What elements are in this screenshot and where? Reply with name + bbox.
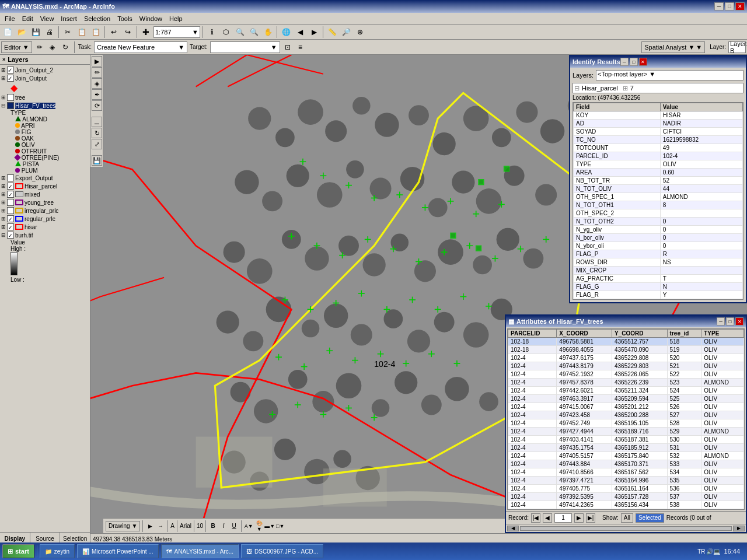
edit-rotate-btn[interactable]: ↻ — [60, 42, 71, 52]
attr-table-row[interactable]: 102-4497457.83784365226.239523ALMOND — [508, 379, 744, 387]
identify-table-row[interactable]: N_TOT_OLIV44 — [574, 185, 743, 193]
show-selected-btn[interactable]: Selected — [636, 513, 664, 523]
add-data-button[interactable]: ✚ — [139, 26, 152, 38]
layer-checkbox[interactable]: ✓ — [7, 215, 14, 222]
line-color-btn[interactable]: ▬▼ — [265, 522, 274, 531]
pan-btn[interactable]: ✋ — [261, 26, 274, 38]
attr-table-row[interactable]: 102-4497452.19324365226.065522OLIV — [508, 370, 744, 379]
attr-table-row[interactable]: 102-4497427.49444365189.716529ALMOND — [508, 428, 744, 436]
edit-snap-btn[interactable]: ⊡ — [282, 42, 293, 52]
maximize-button[interactable]: □ — [725, 2, 734, 10]
layer-checkbox[interactable] — [7, 199, 14, 206]
identify-table-row[interactable]: OTH_SPEC_1ALMOND — [574, 193, 743, 201]
menu-tools[interactable]: Tools — [114, 14, 136, 23]
task-dropdown[interactable]: Create New Feature ▼ — [94, 41, 187, 53]
attr-minimize[interactable]: ─ — [717, 317, 725, 326]
attr-table-row[interactable]: 102-4497443.81794365229.803521OLIV — [508, 362, 744, 370]
attr-table-row[interactable]: 102-4497405.51574365175.840532ALMOND — [508, 452, 744, 460]
new-button[interactable]: 📄 — [1, 26, 14, 38]
attr-table-row[interactable]: 102-4497397.47214365164.996535OLIV — [508, 477, 744, 485]
menu-view[interactable]: View — [37, 14, 58, 23]
layer-checkbox[interactable]: ✓ — [7, 232, 14, 239]
layer-dropdown[interactable]: Layer: B ▼ — [728, 41, 746, 53]
split-btn[interactable]: ⚊ — [92, 117, 102, 127]
identify-table-row[interactable]: N_ybor_oli0 — [574, 242, 743, 250]
identify-table-row[interactable]: TC_NO16219598832 — [574, 136, 743, 144]
bold-btn[interactable]: B — [208, 522, 218, 531]
identify-table-row[interactable]: KOYHISAR — [574, 111, 743, 120]
layer-checkbox[interactable]: ✓ — [7, 191, 14, 198]
identify-table-row[interactable]: OTH_SPEC_2 — [574, 209, 743, 218]
identify-minimize[interactable]: ─ — [620, 58, 629, 66]
identify-table-row[interactable]: TOTCOUNT49 — [574, 144, 743, 152]
attr-table-row[interactable]: 102-18496758.58814365512.757518OLIV — [508, 338, 744, 346]
identify-table-row[interactable]: MIX_CROP — [574, 267, 743, 275]
identify-table-row[interactable]: ROWS_DIRNS — [574, 258, 743, 267]
paste-button[interactable]: 📋 — [89, 26, 102, 38]
attr-table-row[interactable]: 102-4497452.7494365195.105528OLIV — [508, 419, 744, 428]
go-to-btn[interactable]: ⊕ — [354, 26, 366, 38]
start-button[interactable]: ⊞ start — [2, 544, 34, 558]
draw-arrow-btn[interactable]: → — [156, 522, 165, 531]
attr-table-row[interactable]: 102-4497443.8844365170.371533OLIV — [508, 460, 744, 468]
close-button[interactable]: ✕ — [735, 2, 745, 10]
record-prev-btn[interactable]: ◀ — [543, 513, 552, 523]
identify-table-row[interactable]: N_yg_oliv0 — [574, 226, 743, 234]
layer-name[interactable]: regular_prlc — [25, 216, 55, 222]
layer-name[interactable]: Export_Output — [15, 175, 53, 181]
measure-btn[interactable]: 📏 — [326, 26, 338, 38]
record-input[interactable] — [554, 513, 572, 523]
edit-tool-btn[interactable]: ✏ — [92, 67, 102, 78]
layer-checkbox[interactable] — [7, 102, 14, 109]
taskbar-app-zeytin[interactable]: 📁 zeytin — [40, 544, 75, 558]
identify-table-row[interactable]: PARCEL_ID102-4 — [574, 152, 743, 160]
identify-table-row[interactable]: N_bor_oliv0 — [574, 234, 743, 242]
layer-name[interactable]: burh.tif — [15, 232, 33, 239]
identify-table-row[interactable]: FLAG_PR — [574, 250, 743, 258]
attr-table-row[interactable]: 102-4497414.23654365156.434538OLIV — [508, 501, 744, 509]
reshape-btn[interactable]: ⟳ — [92, 100, 102, 111]
record-last-btn[interactable]: ▶| — [586, 513, 595, 523]
attr-table-row[interactable]: 102-4497410.85664365167.562534OLIV — [508, 468, 744, 477]
identify-table-row[interactable]: AG_PRACTICT — [574, 275, 743, 283]
identify-table-row[interactable]: FLAG_RY — [574, 291, 743, 299]
identify-btn[interactable]: ℹ — [205, 26, 218, 38]
attr-table-row[interactable]: 102-4497403.41414365187.381530OLIV — [508, 436, 744, 444]
layer-name[interactable]: Join_Output_2 — [15, 67, 53, 74]
record-first-btn[interactable]: |◀ — [531, 513, 540, 523]
identify-table-row[interactable]: SOYADCIFTCI — [574, 128, 743, 136]
menu-insert[interactable]: Insert — [57, 14, 81, 23]
attr-hscrollbar[interactable]: ◀ ▶ — [506, 524, 746, 532]
identify-table-row[interactable]: ADNADIR — [574, 120, 743, 128]
spatial-analyst-dropdown[interactable]: Spatial Analyst ▼ ▼ — [641, 41, 705, 53]
edit-pencil-btn[interactable]: ✏ — [34, 42, 45, 52]
italic-btn[interactable]: I — [219, 522, 228, 531]
zoom-out-btn[interactable]: 🔍 — [247, 26, 260, 38]
layer-checkbox[interactable] — [7, 207, 14, 214]
taskbar-app-acdsee[interactable]: 🖼 DSC00967.JPG - ACD... — [241, 544, 323, 558]
font-color-btn[interactable]: A▼ — [244, 522, 253, 531]
scale-dropdown[interactable]: 1:787 ▼ — [153, 26, 200, 38]
fwd-extent-btn[interactable]: ▶ — [308, 26, 320, 38]
attr-table-row[interactable]: 102-4497435.17544365185.912531OLIV — [508, 444, 744, 452]
layer-name-hisar-fv[interactable]: Hisar_FV_trees — [15, 103, 55, 109]
vertex-tool-btn[interactable]: ◈ — [92, 78, 102, 89]
layer-name[interactable]: mixed — [25, 191, 40, 198]
layer-name[interactable]: irregular_prlc — [25, 208, 58, 214]
attr-table-row[interactable]: 102-4497405.7754365161.164536OLIV — [508, 485, 744, 493]
fill-color-btn[interactable]: 🎨▼ — [254, 522, 264, 531]
attr-table-row[interactable]: 102-4497437.61754365229.808520OLIV — [508, 354, 744, 362]
attr-close[interactable]: ✕ — [735, 317, 743, 326]
attr-table-row[interactable]: 102-18496698.40554365470.090519OLIV — [508, 346, 744, 354]
draw-select-btn[interactable]: ▶ — [145, 522, 155, 531]
layer-checkbox[interactable] — [7, 94, 14, 101]
layer-name[interactable]: young_tree — [25, 200, 54, 206]
drawing-dropdown[interactable]: Drawing ▼ — [106, 521, 140, 531]
shadow-btn[interactable]: □▼ — [275, 522, 285, 531]
edit-vertex-btn[interactable]: ◈ — [47, 42, 58, 52]
taskbar-app-arcmap[interactable]: 🗺 ANALYSIS.mxd - Arc... — [161, 544, 239, 558]
attr-table-row[interactable]: 102-4497392.53954365157.728537OLIV — [508, 493, 744, 501]
attr-table-row[interactable]: 102-4497423.4584365200.288527OLIV — [508, 411, 744, 419]
find-btn[interactable]: 🔎 — [340, 26, 352, 38]
toc-collapse-icon[interactable]: × — [2, 57, 5, 62]
